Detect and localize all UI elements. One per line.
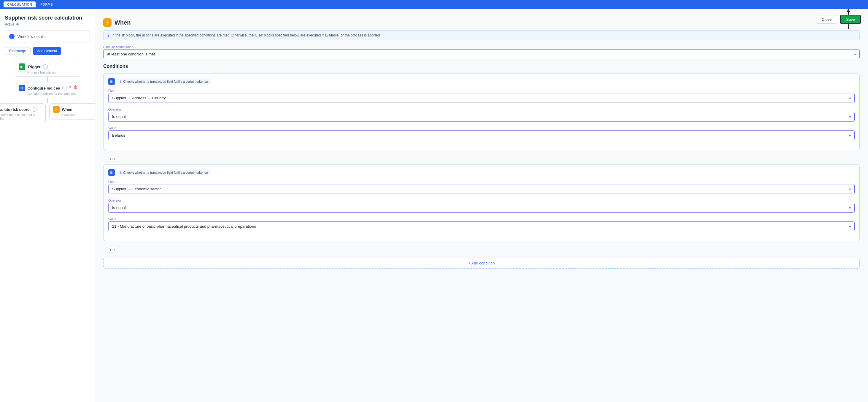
when-subtitle: Condition bbox=[62, 113, 95, 117]
or-badge-2: OR bbox=[107, 247, 118, 253]
configure-edit-icon[interactable]: ✎ bbox=[68, 85, 72, 89]
condition-2-field-label: Field bbox=[108, 180, 855, 183]
chip-2-icon: ℹ bbox=[120, 170, 122, 175]
trigger-icon: ▶ bbox=[19, 63, 25, 70]
configure-info-badge[interactable]: i bbox=[62, 86, 67, 91]
condition-1-field-label: Field bbox=[108, 89, 855, 93]
execute-select-wrapper: at least one condition is met bbox=[103, 49, 860, 59]
condition-2-field-group: Field Supplier → Economic sector bbox=[108, 180, 855, 194]
chip-1-icon: ℹ bbox=[120, 79, 122, 83]
info-banner: ℹ In the 'If' block, the actions are exe… bbox=[103, 30, 860, 40]
info-banner-icon: ℹ bbox=[108, 33, 109, 38]
configure-delete-icon[interactable]: 🗑 bbox=[73, 85, 78, 89]
condition-card-1-header: 🗑 ℹ Checks whether a transaction field f… bbox=[108, 78, 855, 85]
when-node-header: ⚡ When bbox=[53, 106, 95, 113]
trigger-node-header: ▶ Trigger i bbox=[19, 63, 76, 70]
calculate-subtitle: Calculates the risk value of a supplier bbox=[0, 113, 42, 120]
execute-select[interactable]: at least one condition is met bbox=[103, 49, 860, 59]
condition-2-delete-icon[interactable]: 🗑 bbox=[108, 169, 115, 176]
configure-actions: ✎ 🗑 bbox=[68, 85, 78, 89]
configure-indices-node[interactable]: ⚙ Configure indices i Configure indices … bbox=[15, 82, 80, 98]
when-panel-icon: ⚡ bbox=[103, 19, 112, 27]
left-panel: Supplier risk score calculation Active i… bbox=[0, 9, 95, 402]
trigger-title: Trigger bbox=[28, 65, 41, 69]
top-navigation: CALCULATION FORMS bbox=[0, 0, 868, 9]
configure-subtitle: Configure indices for risk analysis bbox=[28, 92, 76, 96]
when-panel-header: ⚡ When bbox=[103, 19, 860, 27]
conditions-title: Conditions bbox=[103, 64, 860, 69]
condition-1-field-wrapper: Supplier → Address → Country bbox=[108, 93, 855, 103]
when-panel-title: When bbox=[115, 19, 130, 26]
condition-1-value-group: Value Belarus bbox=[108, 126, 855, 140]
info-banner-text: In the 'If' block, the actions are execu… bbox=[112, 33, 380, 37]
condition-2-operator-label: Operator bbox=[108, 199, 855, 202]
when-node[interactable]: ⚡ When Condition ✎ 🗑 bbox=[49, 103, 95, 120]
calculate-info-badge[interactable]: i bbox=[32, 107, 36, 112]
connector-2 bbox=[47, 98, 48, 103]
chip-1-label: Checks whether a transaction field fulfi… bbox=[123, 80, 208, 83]
configure-title: Configure indices bbox=[28, 86, 60, 91]
condition-2-value-label: Value bbox=[108, 217, 855, 221]
trigger-info-badge[interactable]: i bbox=[43, 64, 48, 69]
condition-2-value-group: Value 21 - Manufacture of basic pharmace… bbox=[108, 217, 855, 231]
tab-calculation[interactable]: CALCULATION bbox=[4, 1, 36, 7]
condition-1-operator-group: Operator Is equal bbox=[108, 108, 855, 122]
active-badge: Active bbox=[5, 22, 90, 26]
save-button[interactable]: Save bbox=[840, 15, 861, 24]
workflow-details-label: Workflow details bbox=[18, 34, 45, 39]
condition-2-value-select[interactable]: 21 - Manufacture of basic pharmaceutical… bbox=[108, 222, 855, 231]
execute-label: Execute action when... bbox=[103, 45, 860, 48]
add-condition-button[interactable]: + Add condition bbox=[103, 258, 860, 269]
right-panel: Close Save ⚡ When ℹ In the 'If' block, t… bbox=[95, 9, 868, 402]
condition-1-field-select[interactable]: Supplier → Address → Country bbox=[108, 93, 855, 103]
calculate-branch: ≡ Calculate risk score i Calculates the … bbox=[0, 103, 46, 123]
condition-1-value-select[interactable]: Belarus bbox=[108, 130, 855, 140]
right-panel-header: Close Save bbox=[816, 15, 861, 24]
chip-2-label: Checks whether a transaction field fulfi… bbox=[123, 171, 208, 174]
trigger-node[interactable]: ▶ Trigger i Process has started bbox=[15, 61, 80, 77]
configure-indices-header: ⚙ Configure indices i bbox=[19, 85, 76, 91]
condition-card-1: 🗑 ℹ Checks whether a transaction field f… bbox=[103, 73, 860, 150]
calculate-risk-node[interactable]: ≡ Calculate risk score i Calculates the … bbox=[0, 103, 46, 123]
condition-card-2-header: 🗑 ℹ Checks whether a transaction field f… bbox=[108, 169, 855, 176]
workflow-details-box[interactable]: i Workflow details bbox=[5, 31, 90, 42]
info-icon: i bbox=[9, 34, 14, 39]
condition-1-operator-wrapper: Is equal bbox=[108, 112, 855, 122]
condition-2-operator-select[interactable]: Is equal bbox=[108, 203, 855, 212]
condition-1-value-label: Value bbox=[108, 126, 855, 130]
active-label: Active bbox=[5, 22, 14, 26]
condition-1-value-wrapper: Belarus bbox=[108, 130, 855, 140]
condition-2-field-wrapper: Supplier → Economic sector bbox=[108, 184, 855, 194]
condition-2-operator-wrapper: Is equal bbox=[108, 203, 855, 212]
when-branch: ⚡ When Condition ✎ 🗑 bbox=[49, 103, 95, 120]
condition-2-chip: ℹ Checks whether a transaction field ful… bbox=[117, 170, 211, 175]
trigger-subtitle: Process has started bbox=[28, 71, 76, 74]
configure-icon: ⚙ bbox=[19, 85, 25, 91]
when-icon: ⚡ bbox=[53, 106, 60, 113]
or-badge-1: OR bbox=[107, 156, 118, 162]
execute-action-section: Execute action when... at least one cond… bbox=[103, 45, 860, 59]
workflow-nodes: ▶ Trigger i Process has started ⚙ Config… bbox=[5, 61, 90, 123]
toolbar-row: Rearrange Add element bbox=[5, 47, 90, 55]
condition-card-2: 🗑 ℹ Checks whether a transaction field f… bbox=[103, 164, 860, 241]
condition-2-value-wrapper: 21 - Manufacture of basic pharmaceutical… bbox=[108, 222, 855, 231]
condition-1-field-group: Field Supplier → Address → Country bbox=[108, 89, 855, 103]
when-title: When bbox=[62, 107, 72, 112]
calculate-risk-header: ≡ Calculate risk score i bbox=[0, 106, 42, 113]
condition-2-operator-group: Operator Is equal bbox=[108, 199, 855, 212]
condition-1-operator-label: Operator bbox=[108, 108, 855, 111]
condition-1-operator-select[interactable]: Is equal bbox=[108, 112, 855, 122]
add-element-button[interactable]: Add element bbox=[33, 47, 61, 55]
close-button[interactable]: Close bbox=[816, 15, 837, 24]
main-layout: Supplier risk score calculation Active i… bbox=[0, 9, 868, 402]
condition-1-chip: ℹ Checks whether a transaction field ful… bbox=[117, 78, 211, 85]
page-title: Supplier risk score calculation bbox=[5, 15, 90, 21]
connector-1 bbox=[47, 77, 48, 82]
condition-1-delete-icon[interactable]: 🗑 bbox=[108, 78, 115, 85]
parallel-row: ≡ Calculate risk score i Calculates the … bbox=[5, 103, 90, 123]
condition-2-field-select[interactable]: Supplier → Economic sector bbox=[108, 184, 855, 194]
rearrange-button[interactable]: Rearrange bbox=[5, 47, 31, 55]
active-dot bbox=[16, 23, 19, 26]
tab-forms[interactable]: FORMS bbox=[37, 1, 56, 7]
calculate-title: Calculate risk score bbox=[0, 107, 29, 112]
